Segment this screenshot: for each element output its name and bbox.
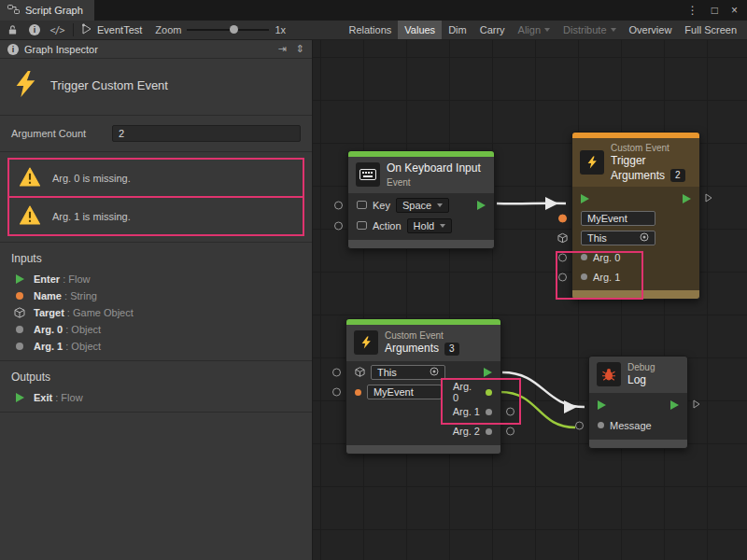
zoom-slider[interactable] [187, 23, 269, 36]
target-field[interactable]: This [371, 365, 445, 380]
flow-in-port[interactable] [581, 194, 589, 203]
flow-out-port[interactable] [477, 201, 486, 210]
flow-arrow-icon [13, 393, 26, 402]
keycode-icon [357, 201, 367, 209]
info-icon: i [7, 44, 19, 55]
overview-button[interactable]: Overview [623, 21, 679, 39]
graph-toolbar: i </> EventTest Zoom 1x Relations Values… [0, 21, 747, 40]
value-port[interactable] [506, 427, 514, 436]
flow-out-port[interactable] [484, 368, 492, 377]
warnings-list: Arg. 0 is missing. Arg. 1 is missing. [0, 152, 312, 243]
wire-listener-to-debug[interactable] [502, 372, 585, 407]
action-icon [357, 221, 367, 230]
node-title: Arguments [385, 342, 439, 357]
object-port-icon [486, 428, 492, 435]
node-category: Custom Event [611, 142, 685, 154]
node-trigger-custom-event[interactable]: Custom Event Trigger Arguments 2 [571, 132, 700, 300]
flow-out-port[interactable] [683, 194, 691, 203]
value-port[interactable] [332, 388, 341, 397]
flow-continuation-icon [693, 399, 700, 411]
divider [0, 412, 312, 413]
arg-row: Arg. 2 [346, 422, 500, 441]
node-footer [589, 440, 687, 448]
info-icon[interactable]: i [26, 21, 43, 38]
lock-icon[interactable] [4, 21, 21, 38]
tab-script-graph[interactable]: Script Graph [0, 0, 94, 21]
value-port[interactable] [506, 408, 514, 416]
value-port[interactable] [575, 421, 584, 429]
argument-count-field[interactable]: 2 [112, 125, 301, 142]
close-icon[interactable]: × [731, 4, 738, 17]
event-name-field[interactable]: MyEvent [581, 211, 655, 226]
value-port[interactable] [332, 369, 341, 377]
target-field[interactable]: This [581, 231, 655, 245]
dim-button[interactable]: Dim [442, 21, 473, 39]
edit-source-icon[interactable]: </> [49, 21, 65, 38]
name-and-arg0-row: MyEvent Arg. 0 [346, 383, 500, 402]
selected-unit-header: Trigger Custom Event [0, 59, 312, 116]
dropdown-caret-icon [437, 203, 443, 207]
value-port[interactable] [334, 201, 343, 209]
graph-canvas[interactable]: On Keyboard Input Event Key Space [313, 40, 747, 560]
zoom-slider-knob[interactable] [230, 25, 238, 34]
relations-button[interactable]: Relations [342, 21, 398, 39]
object-port-icon [598, 422, 604, 428]
node-on-keyboard-input[interactable]: On Keyboard Input Event Key Space [347, 150, 495, 249]
warning-item: Arg. 1 is missing. [7, 196, 304, 236]
node-title-line1: Trigger [611, 154, 685, 169]
pane-resize-icon[interactable]: ⇕ [296, 43, 304, 55]
script-graph-window: Script Graph ⋮ □ × i </> EventTest Zoom … [0, 0, 747, 560]
pin-row-exit: Exit : Flow [0, 389, 312, 406]
custom-event-icon [580, 150, 604, 175]
target-picker-icon[interactable] [430, 367, 439, 378]
custom-event-icon [354, 330, 378, 355]
zoom-label: Zoom [155, 24, 181, 35]
target-picker-icon[interactable] [640, 232, 649, 244]
message-row: Message [589, 415, 687, 436]
maximize-icon[interactable]: □ [712, 4, 718, 17]
carry-button[interactable]: Carry [473, 21, 512, 39]
node-footer [346, 445, 500, 454]
graph-asset-icon [81, 23, 92, 36]
node-category: Custom Event [385, 329, 459, 342]
distribute-button[interactable]: Distribute [557, 21, 622, 39]
flow-in-port[interactable] [598, 400, 606, 410]
inputs-section-header: Inputs [0, 243, 312, 271]
gameobject-port-icon[interactable] [557, 232, 568, 243]
node-footer [348, 240, 494, 248]
string-port[interactable] [558, 214, 567, 222]
fullscreen-button[interactable]: Full Screen [678, 21, 743, 39]
values-button[interactable]: Values [398, 21, 442, 39]
port-row-action: Action Hold [348, 216, 494, 236]
gameobject-cube-icon [355, 367, 365, 379]
node-category: Debug [627, 361, 655, 373]
window-menu-icon[interactable]: ⋮ [687, 4, 698, 17]
event-name-field[interactable]: MyEvent [367, 385, 442, 399]
graph-name[interactable]: EventTest [81, 23, 142, 36]
value-port[interactable] [558, 273, 567, 281]
dock-panel-icon[interactable]: ⇥ [278, 43, 287, 55]
node-custom-event-arguments[interactable]: Custom Event Arguments 3 [345, 318, 501, 455]
script-graph-icon [7, 4, 20, 17]
arg-row: Arg. 0 [572, 247, 699, 267]
pin-row-arg0: Arg. 0 : Object [0, 321, 312, 338]
dropdown-caret-icon [544, 28, 550, 32]
connected-value-port[interactable] [486, 389, 492, 396]
warning-text: Arg. 0 is missing. [52, 173, 131, 184]
node-subtitle: Event [387, 176, 481, 189]
node-debug-log[interactable]: Debug Log [588, 356, 688, 449]
string-port-icon [355, 389, 361, 396]
key-dropdown[interactable]: Space [396, 198, 449, 213]
align-button[interactable]: Align [512, 21, 557, 39]
value-port[interactable] [558, 253, 567, 261]
gameobject-cube-icon [13, 307, 26, 318]
argument-count-badge: 3 [444, 343, 459, 356]
toolbar-separator [73, 23, 74, 36]
value-port[interactable] [334, 221, 343, 230]
flow-out-port[interactable] [670, 400, 679, 410]
action-dropdown[interactable]: Hold [407, 218, 453, 233]
pin-row-arg1: Arg. 1 : Object [0, 338, 312, 355]
zoom-slider-track [187, 29, 269, 31]
warning-text: Arg. 1 is missing. [52, 211, 131, 222]
window-tab-bar: Script Graph ⋮ □ × [0, 0, 747, 21]
